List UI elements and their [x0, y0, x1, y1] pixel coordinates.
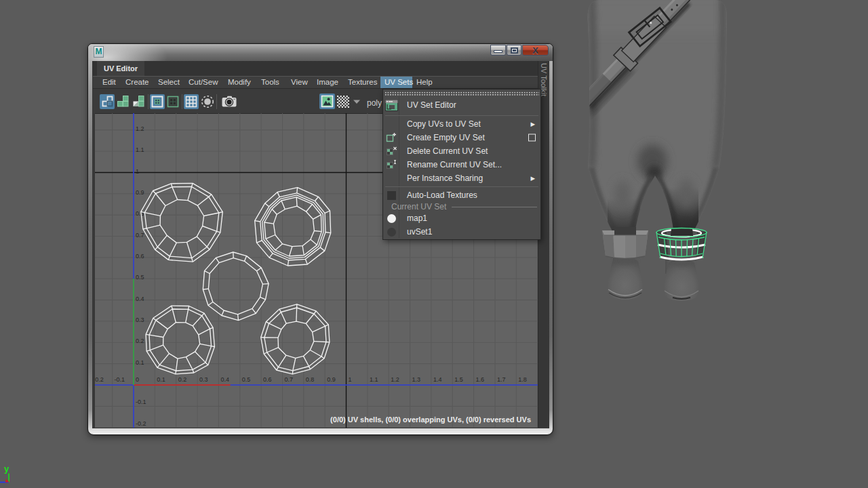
svg-text:0.9: 0.9	[327, 376, 336, 383]
svg-text:1: 1	[136, 168, 139, 175]
svg-text:0.3: 0.3	[199, 376, 208, 383]
svg-text:0.2: 0.2	[178, 376, 187, 383]
svg-text:0.4: 0.4	[220, 376, 229, 383]
svg-text:y: y	[4, 464, 9, 474]
svg-text:0.3: 0.3	[136, 317, 144, 323]
svg-text:1.4: 1.4	[433, 376, 442, 383]
svg-text:0.1: 0.1	[157, 376, 165, 383]
svg-text:0.6: 0.6	[136, 253, 144, 260]
svg-text:0.7: 0.7	[284, 376, 293, 383]
svg-text:1.2: 1.2	[391, 376, 399, 383]
svg-text:1.3: 1.3	[412, 376, 421, 383]
svg-text:1.2: 1.2	[136, 125, 144, 132]
svg-text:1.1: 1.1	[136, 146, 144, 153]
svg-text:-0.1: -0.1	[115, 376, 125, 383]
svg-text:0.8: 0.8	[306, 376, 315, 383]
svg-text:1.8: 1.8	[518, 376, 527, 383]
svg-text:-0.2: -0.2	[95, 376, 104, 383]
svg-text:0: 0	[136, 376, 139, 383]
svg-text:1.1: 1.1	[370, 376, 378, 383]
svg-text:-0.2: -0.2	[136, 420, 146, 427]
svg-text:0.5: 0.5	[242, 376, 251, 383]
svg-text:0.1: 0.1	[136, 359, 144, 366]
svg-text:1.7: 1.7	[497, 376, 506, 383]
svg-text:1.6: 1.6	[476, 376, 485, 383]
svg-text:0.8: 0.8	[136, 210, 144, 217]
svg-text:0.9: 0.9	[136, 189, 144, 196]
svg-text:0.4: 0.4	[136, 296, 144, 302]
svg-text:0.2: 0.2	[136, 338, 144, 344]
svg-text:0.6: 0.6	[263, 376, 272, 383]
svg-text:1: 1	[349, 376, 352, 383]
svg-text:-0.1: -0.1	[136, 399, 146, 405]
svg-text:1.5: 1.5	[454, 376, 463, 383]
svg-text:0.7: 0.7	[136, 232, 144, 239]
svg-text:0.5: 0.5	[136, 274, 144, 281]
